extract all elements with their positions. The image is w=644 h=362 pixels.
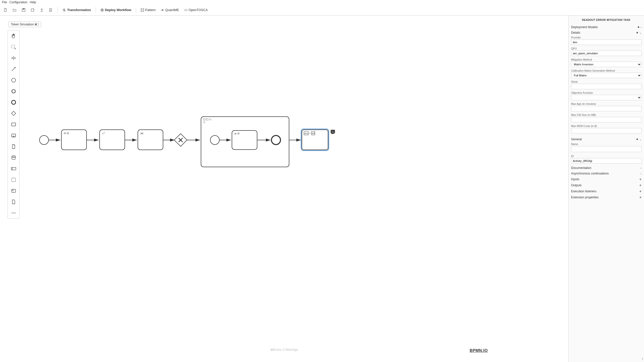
hand-tool[interactable] bbox=[8, 30, 19, 41]
group-tool[interactable] bbox=[8, 174, 19, 185]
participant-tool[interactable] bbox=[8, 163, 19, 174]
svg-point-32 bbox=[12, 213, 13, 213]
max-cm-label: Max CM Size (in MB) bbox=[571, 113, 641, 116]
deploy-workflow-button[interactable]: Deploy Workflow bbox=[99, 7, 133, 14]
svg-rect-2 bbox=[23, 9, 24, 10]
max-age-input[interactable] bbox=[571, 106, 641, 111]
name-input[interactable] bbox=[571, 146, 641, 152]
section-execution-listeners-label: Execution listeners bbox=[571, 190, 596, 193]
task-tool[interactable] bbox=[8, 119, 19, 130]
add-icon[interactable]: + bbox=[639, 189, 641, 193]
status-bar[interactable]: 0 Errors, 0 Warnings bbox=[270, 348, 298, 351]
menu-help[interactable]: Help bbox=[30, 1, 36, 4]
max-rem-input[interactable] bbox=[571, 128, 641, 133]
main-area: Token Simulation bbox=[0, 16, 644, 362]
section-deployment-models[interactable]: Deployment Models › bbox=[569, 24, 644, 30]
section-inputs[interactable]: Inputs + bbox=[569, 176, 644, 182]
svg-point-38 bbox=[68, 133, 68, 134]
new-file-icon[interactable] bbox=[2, 7, 9, 14]
start-event-tool[interactable] bbox=[8, 75, 19, 86]
section-details[interactable]: Details ⌄ bbox=[569, 30, 644, 35]
qpu-input[interactable] bbox=[571, 51, 641, 56]
lasso-tool[interactable] bbox=[8, 41, 19, 53]
subprocess-tool[interactable] bbox=[8, 130, 19, 141]
svg-point-35 bbox=[65, 133, 65, 134]
upload-icon[interactable] bbox=[38, 7, 45, 14]
diagram-canvas[interactable]: 0 Errors, 0 Warnings BPMN.IO bbox=[0, 16, 568, 362]
gateway-tool[interactable] bbox=[8, 108, 19, 119]
section-async-label: Asynchronous continuations bbox=[571, 172, 609, 175]
context-more[interactable] bbox=[343, 136, 348, 141]
svg-rect-29 bbox=[12, 189, 16, 192]
field-max-cm: Max CM Size (in MB) bbox=[569, 113, 644, 124]
deploy-workflow-label: Deploy Workflow bbox=[105, 8, 131, 12]
field-mitigation-method: Mitigation Method Matrix Inversion bbox=[569, 58, 644, 69]
svg-point-11 bbox=[162, 10, 163, 11]
open-folder-icon[interactable] bbox=[11, 7, 18, 14]
section-async[interactable]: Asynchronous continuations › bbox=[569, 171, 644, 176]
section-documentation-label: Documentation bbox=[571, 166, 591, 170]
quantme-task-tool[interactable] bbox=[8, 185, 19, 196]
field-name: Name bbox=[569, 142, 644, 154]
context-append-gateway[interactable] bbox=[337, 130, 342, 135]
bpmn-io-logo[interactable]: BPMN.IO bbox=[470, 348, 488, 353]
end-event-tool[interactable] bbox=[8, 97, 19, 108]
token-simulation-label: Token Simulation bbox=[11, 23, 34, 26]
section-execution-listeners[interactable]: Execution listeners + bbox=[569, 188, 644, 194]
opentosca-label: OpenTOSCA bbox=[189, 8, 208, 12]
toolbar-separator bbox=[57, 7, 58, 13]
svg-point-15 bbox=[35, 24, 37, 25]
context-delete[interactable] bbox=[337, 142, 342, 147]
quantme-button[interactable]: QuantME bbox=[159, 7, 181, 14]
chevron-right-icon: › bbox=[641, 172, 641, 175]
svg-point-43 bbox=[235, 133, 236, 134]
context-pad bbox=[331, 130, 348, 153]
mitigation-method-select[interactable]: Matrix Inversion bbox=[571, 62, 641, 67]
context-append-intermediate[interactable] bbox=[331, 136, 336, 141]
data-store-tool[interactable] bbox=[8, 152, 19, 163]
menu-file[interactable]: File bbox=[2, 1, 7, 4]
context-connect[interactable] bbox=[331, 148, 336, 153]
context-annotation[interactable] bbox=[337, 136, 342, 141]
add-icon[interactable]: + bbox=[639, 195, 641, 199]
transformation-button[interactable]: Transformation bbox=[61, 7, 93, 14]
save-icon[interactable] bbox=[20, 7, 27, 14]
connect-tool[interactable] bbox=[8, 64, 19, 75]
pattern-button[interactable]: Pattern bbox=[139, 7, 157, 14]
context-append-task[interactable] bbox=[343, 130, 348, 135]
more-tools[interactable] bbox=[8, 207, 19, 218]
task-2[interactable] bbox=[100, 130, 125, 150]
data-object-tool[interactable] bbox=[8, 141, 19, 152]
section-outputs-label: Outputs bbox=[571, 184, 582, 187]
max-cm-input[interactable] bbox=[571, 117, 641, 122]
policy-tool[interactable] bbox=[8, 196, 19, 207]
subprocess-end-event[interactable] bbox=[271, 135, 280, 145]
add-icon[interactable]: + bbox=[639, 183, 641, 187]
section-documentation[interactable]: Documentation › bbox=[569, 165, 644, 171]
id-input[interactable] bbox=[571, 158, 641, 164]
properties-panel: READOUT ERROR MITIGATION TASK Deployment… bbox=[568, 16, 644, 362]
edit-icon[interactable] bbox=[29, 7, 36, 14]
opentosca-button[interactable]: OpenTOSCA bbox=[183, 7, 209, 14]
shots-input[interactable] bbox=[571, 84, 641, 89]
panel-collapse-icon[interactable]: › bbox=[642, 357, 643, 360]
section-extension-properties[interactable]: Extension properties + bbox=[569, 194, 644, 200]
objective-select[interactable] bbox=[571, 95, 641, 100]
space-tool[interactable] bbox=[8, 53, 19, 64]
provider-input[interactable] bbox=[571, 39, 641, 45]
intermediate-event-tool[interactable] bbox=[8, 86, 19, 97]
svg-point-13 bbox=[184, 9, 187, 11]
svg-rect-9 bbox=[141, 11, 142, 12]
subprocess-start-event[interactable] bbox=[210, 135, 219, 145]
token-simulation-toggle[interactable]: Token Simulation bbox=[9, 22, 41, 27]
context-replace[interactable] bbox=[331, 142, 336, 147]
calibration-select[interactable]: Full Matrix bbox=[571, 73, 641, 78]
start-event[interactable] bbox=[39, 135, 49, 145]
task-3[interactable] bbox=[138, 130, 163, 150]
add-icon[interactable]: + bbox=[639, 177, 641, 181]
menu-configuration[interactable]: Configuration bbox=[9, 1, 27, 4]
section-outputs[interactable]: Outputs + bbox=[569, 182, 644, 188]
field-id: ID bbox=[569, 154, 644, 165]
download-icon[interactable] bbox=[47, 7, 54, 14]
section-general[interactable]: General ⌄ bbox=[569, 137, 644, 142]
